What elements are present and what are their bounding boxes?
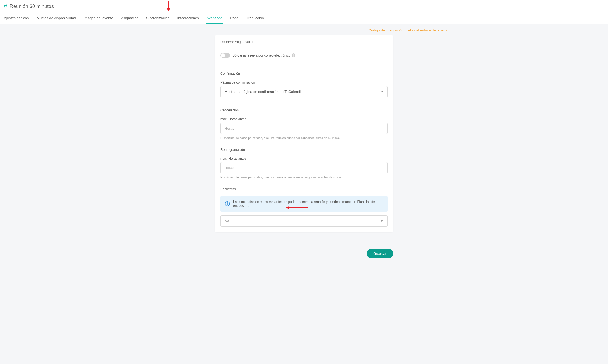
- settings-card: Reserva/Programación Sólo una reserva po…: [215, 35, 393, 232]
- surveys-info-banner: i Las encuestas se muestran antes de pod…: [220, 196, 388, 212]
- tab-translation[interactable]: Traducción: [246, 13, 265, 24]
- chevron-down-icon: ▼: [380, 219, 383, 223]
- cancel-max-hours-label: máx. Horas antes: [215, 114, 393, 123]
- toggle-one-booking-per-email[interactable]: [220, 53, 230, 58]
- tabs: Ajustes básicos Ajustes de disponibilida…: [3, 11, 605, 24]
- chevron-down-icon: ▼: [381, 90, 383, 93]
- info-circle-icon: i: [225, 201, 230, 206]
- section-booking-heading: Reserva/Programación: [215, 35, 393, 47]
- header: ⇄ Reunión 60 minutos Ajustes básicos Aju…: [0, 0, 608, 24]
- cancel-hours-input[interactable]: [225, 126, 383, 130]
- link-integration-code[interactable]: Codigo de integración: [369, 28, 403, 32]
- cancel-help-text: El máximo de horas permitidas, que una r…: [215, 134, 393, 140]
- surveys-select-value: sin: [225, 219, 229, 223]
- tab-availability[interactable]: Ajustes de disponibilidad: [36, 13, 76, 24]
- tab-assignment[interactable]: Asignación: [120, 13, 139, 24]
- section-cancellation-heading: Cancelación: [215, 97, 393, 114]
- tab-basic[interactable]: Ajustes básicos: [3, 13, 29, 24]
- info-icon[interactable]: i: [292, 53, 295, 57]
- top-links: Codigo de integración Abrir el enlace de…: [160, 24, 448, 35]
- section-reschedule-heading: Reprogramación: [215, 140, 393, 154]
- reschedule-max-hours-label: máx. Horas antes: [215, 154, 393, 162]
- footer-actions: Guardar: [215, 249, 393, 267]
- confirmation-page-value: Mostrar la página de confirmación de TuC…: [225, 90, 301, 94]
- section-confirmation-heading: Confirmación: [215, 61, 393, 78]
- swap-icon: ⇄: [3, 3, 7, 9]
- tab-payment[interactable]: Pago: [230, 13, 239, 24]
- surveys-select[interactable]: sin ▼: [220, 215, 388, 227]
- tab-integrations[interactable]: Integraciones: [177, 13, 199, 24]
- confirmation-page-select[interactable]: Mostrar la página de confirmación de TuC…: [220, 86, 388, 97]
- toggle-one-booking-text: Sólo una reserva por correo electrónico: [233, 53, 290, 57]
- page-title: Reunión 60 minutos: [10, 4, 54, 9]
- save-button[interactable]: Guardar: [367, 249, 393, 258]
- reschedule-help-text: El máximo de horas permitidas, que una r…: [215, 173, 393, 179]
- reschedule-hours-input-wrapper: [220, 162, 388, 173]
- tab-sync[interactable]: Sincronización: [146, 13, 170, 24]
- reschedule-hours-input[interactable]: [225, 166, 383, 170]
- toggle-one-booking-label: Sólo una reserva por correo electrónico …: [233, 53, 295, 57]
- cancel-hours-input-wrapper: [220, 123, 388, 134]
- tab-event-image[interactable]: Imagen del evento: [83, 13, 114, 24]
- confirmation-page-label: Página de confirmación: [215, 78, 393, 86]
- surveys-info-text: Las encuestas se muestran antes de poder…: [233, 200, 383, 208]
- tab-advanced[interactable]: Avanzado: [206, 13, 223, 24]
- link-open-event[interactable]: Abrir el enlace del evento: [408, 28, 448, 32]
- section-surveys-heading: Encuestas: [215, 179, 393, 193]
